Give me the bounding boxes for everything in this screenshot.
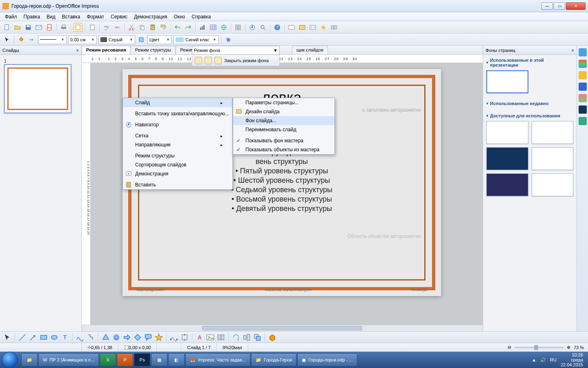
footer-date[interactable]: <дата/время> (135, 287, 165, 292)
sidebar-star-icon[interactable] (579, 71, 587, 79)
sidebar-styles-icon[interactable] (579, 105, 587, 114)
tray-network-icon[interactable]: 🔊 (540, 357, 546, 363)
taskbar-folder[interactable]: 📁 Города-Герои (251, 353, 296, 366)
gallery-icon[interactable] (217, 333, 225, 341)
ctx-grid[interactable]: Сетка▸ (123, 131, 232, 140)
bgaction-icon-3[interactable] (214, 57, 222, 64)
section-used-presentation[interactable]: Использованные в этой презентации (486, 56, 573, 69)
ctx-navigator[interactable]: Навигатор (123, 120, 232, 129)
background-mode-combo[interactable]: Режим фона ▼ (192, 46, 280, 55)
mail-icon[interactable] (34, 23, 43, 32)
transition-icon[interactable] (330, 23, 339, 32)
tab-drawing[interactable]: Режим рисования (82, 46, 131, 54)
pdf-icon[interactable]: PDF (45, 23, 54, 32)
ctx-outline-mode[interactable]: Режим структуры (123, 151, 232, 160)
master-thumb[interactable] (486, 147, 528, 170)
paste-icon[interactable] (148, 23, 157, 32)
bgaction-icon-1[interactable] (195, 57, 202, 64)
master-thumb[interactable] (532, 121, 574, 144)
ctx-rename-slide[interactable]: Переименовать слайд (233, 125, 334, 134)
fill-type-combo[interactable]: Цвет▼ (147, 35, 172, 44)
sidebar-navigator-icon[interactable] (579, 117, 587, 125)
slidedesign-icon[interactable] (298, 23, 307, 32)
master-thumb[interactable] (486, 173, 528, 196)
autospell-icon[interactable]: ABC (113, 23, 122, 32)
ctx-demo[interactable]: Демонстрация (123, 169, 232, 178)
ctx-insert-point[interactable]: Вставить точку захвата/направляющую... (123, 109, 232, 118)
tab-outline[interactable]: Режим структуры (131, 46, 176, 54)
chart-icon[interactable] (198, 23, 207, 32)
stars-icon[interactable] (155, 333, 163, 341)
fill-color-combo[interactable]: Синий клас▼ (174, 35, 218, 44)
sidebar-master-icon[interactable] (579, 60, 587, 68)
points-edit-icon[interactable] (170, 333, 178, 341)
insert-image-icon[interactable] (206, 333, 214, 341)
new-icon[interactable] (2, 23, 11, 32)
symbol-shapes-icon[interactable] (112, 333, 120, 341)
print-icon[interactable] (59, 23, 68, 32)
hyperlink-icon[interactable] (219, 23, 228, 32)
fontwork-icon[interactable]: A (196, 333, 204, 341)
footer-number[interactable]: <номер> (410, 287, 429, 292)
master-thumb[interactable] (532, 147, 574, 170)
slide-icon[interactable] (287, 23, 296, 32)
ctx-show-master-bg[interactable]: ✓Показывать фон мастера (233, 136, 334, 145)
taskbar-ps-icon[interactable]: Ps (134, 353, 150, 366)
taskbar-excel-icon[interactable]: X (100, 353, 116, 366)
area-icon[interactable] (137, 35, 146, 44)
shadow-icon[interactable] (224, 35, 233, 44)
sidebar-animation-icon[interactable] (579, 94, 587, 102)
line-end-icon[interactable] (27, 35, 36, 44)
callout-icon[interactable] (144, 333, 152, 341)
edit-doc-icon[interactable] (74, 23, 82, 32)
layout-icon[interactable] (308, 23, 317, 32)
taskbar-firefox[interactable]: 🦊 Impress: Часто задав... (185, 353, 250, 366)
ctx-show-master-obj[interactable]: ✓Показывать объекты из мастера (233, 145, 334, 154)
curve-tool-icon[interactable] (76, 333, 84, 341)
text-tool-icon[interactable]: T (61, 333, 69, 341)
cut-icon[interactable] (127, 23, 136, 32)
sidebar-properties-icon[interactable] (579, 48, 587, 56)
align-icon[interactable] (243, 333, 251, 341)
footer-mid[interactable]: <нижний колонтитул> (263, 287, 312, 292)
sidebar-transition-icon[interactable] (579, 83, 587, 91)
zoom-out-icon[interactable]: ⊖ (508, 345, 511, 350)
navigator-icon[interactable] (248, 23, 257, 32)
menu-file[interactable]: Файл (2, 13, 20, 20)
line-style-combo[interactable]: ▼ (38, 35, 67, 44)
ctx-guides[interactable]: Направляющие▸ (123, 140, 232, 149)
connector-tool-icon[interactable] (87, 333, 95, 341)
master-thumb[interactable] (486, 121, 528, 144)
ctx-sorter[interactable]: Сортировщик слайдов (123, 160, 232, 169)
zoom-in-icon[interactable]: ⊕ (567, 345, 570, 350)
flowchart-icon[interactable] (134, 333, 142, 341)
maximize-button[interactable]: ▭ (554, 2, 565, 10)
block-arrows-icon[interactable] (123, 333, 131, 341)
menu-tools[interactable]: Сервис (108, 13, 130, 20)
menu-window[interactable]: Окно (171, 13, 187, 20)
basic-shapes-icon[interactable] (102, 333, 110, 341)
help-icon[interactable]: ? (273, 23, 282, 32)
rect-tool-icon[interactable] (40, 333, 48, 341)
zoom-value[interactable]: 73 % (574, 345, 584, 350)
spellcheck-abc-icon[interactable]: ABC (102, 23, 111, 32)
ctx-page-setup[interactable]: Параметры страницы... (233, 98, 334, 107)
line-color-combo[interactable]: Серый▼ (98, 35, 135, 44)
select-tool-icon[interactable] (3, 333, 11, 341)
zoom-slider[interactable] (514, 347, 564, 348)
format-paint-icon[interactable] (159, 23, 168, 32)
fill-color-icon[interactable] (17, 35, 26, 44)
menu-format[interactable]: Формат (84, 13, 107, 20)
bgaction-icon-2[interactable] (205, 57, 212, 64)
start-button[interactable] (2, 352, 18, 368)
taskbar-ppt-icon[interactable]: P (117, 353, 133, 366)
tray-flag-icon[interactable]: ▲ (532, 357, 536, 362)
line-tool-icon[interactable] (18, 333, 27, 341)
animation-icon[interactable] (319, 23, 328, 32)
close-taskpane-icon[interactable]: × (572, 48, 574, 53)
pinned-explorer-icon[interactable]: 📁 (21, 353, 38, 366)
taskbar-app2-icon[interactable]: ◧ (168, 353, 185, 366)
menu-insert[interactable]: Вставка (60, 13, 83, 20)
taskbar-app-icon[interactable]: ▦ (151, 353, 167, 366)
open-icon[interactable] (13, 23, 22, 32)
